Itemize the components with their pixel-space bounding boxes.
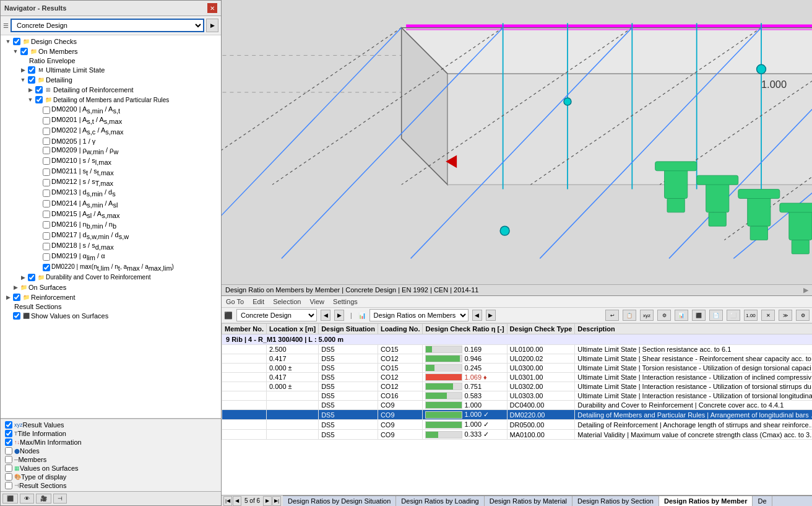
- checkbox-dm0215[interactable]: [43, 211, 50, 218]
- panel-btn6[interactable]: ⬛: [692, 310, 706, 321]
- expand-arrow[interactable]: ▼: [4, 38, 12, 45]
- panel-btn4[interactable]: ⚙: [657, 310, 671, 321]
- checkbox-dm0205[interactable]: [43, 137, 50, 145]
- tab-by-section[interactable]: Design Ratios by Section: [572, 496, 659, 506]
- tree-dm0216[interactable]: DM0216 | nb,min / nb: [1, 220, 221, 230]
- checkbox-values-surfaces[interactable]: [5, 465, 12, 472]
- checkbox-type-display[interactable]: [5, 473, 12, 481]
- table-row[interactable]: 0.417 DS5 CO12 1.069 ♦ UL0301.00 Ultimat…: [222, 373, 813, 382]
- checkbox-dm0212[interactable]: [43, 179, 50, 186]
- checkbox-nodes[interactable]: [5, 447, 12, 455]
- tree-detailing[interactable]: ▼ 📁 Detailing: [1, 75, 221, 85]
- nav-type-display[interactable]: 🎨 Type of display: [1, 473, 221, 481]
- checkbox-members[interactable]: [5, 456, 12, 463]
- checkbox-dm0217[interactable]: [43, 232, 50, 240]
- tree-dm0212[interactable]: DM0212 | s / sT,max: [1, 177, 221, 188]
- checkbox-dm0202[interactable]: [43, 128, 50, 135]
- tab-de[interactable]: De: [753, 496, 772, 506]
- panel-btn10[interactable]: ✕: [761, 310, 775, 321]
- checkbox-durability[interactable]: [28, 274, 35, 281]
- nav-model-button[interactable]: ⬛: [2, 494, 18, 504]
- panel-btn3[interactable]: xyz: [640, 310, 654, 321]
- tree-result-sections[interactable]: Result Sections: [1, 302, 221, 311]
- tree-dm0210[interactable]: DM0210 | s / sl,max: [1, 156, 221, 167]
- settings-menu[interactable]: Settings: [331, 297, 360, 306]
- tree-dm0217[interactable]: DM0217 | ds,w,min / ds,w: [1, 230, 221, 241]
- table-row[interactable]: 0.000 ± DS5 CO15 0.245 UL0300.00 Ultimat…: [222, 364, 813, 373]
- checkbox-result-sections-b[interactable]: [5, 482, 12, 489]
- expand-arrow[interactable]: ▼: [12, 48, 19, 55]
- edit-menu[interactable]: Edit: [251, 297, 266, 306]
- tree-dm0220[interactable]: DM0220 | max(nt,lim / nt, amax / amax,li…: [1, 263, 221, 273]
- checkbox-dm0200[interactable]: [43, 107, 50, 114]
- tab-by-member[interactable]: Design Ratios by Member: [659, 496, 753, 506]
- panel-btn11[interactable]: ≫: [779, 310, 792, 321]
- table-row[interactable]: DS5 CO9 1.000 ✓ DM0220.00 Detailing of M…: [222, 410, 813, 420]
- panel-prev2[interactable]: ◀: [472, 310, 482, 321]
- nav-section-button[interactable]: ⊣: [53, 494, 67, 504]
- table-row[interactable]: DS5 CO9 0.333 ✓ MA0100.00 Material Valid…: [222, 430, 813, 440]
- checkbox-dm0216[interactable]: [43, 221, 50, 229]
- nav-title-info[interactable]: T Title Information: [1, 429, 221, 438]
- panel-dropdown2[interactable]: Design Ratios on Members: [369, 309, 469, 321]
- tree-dm0211[interactable]: DM0211 | st / st,max: [1, 167, 221, 177]
- nav-expand-button[interactable]: ▶: [206, 19, 218, 32]
- panel-prev1[interactable]: ◀: [321, 310, 330, 321]
- checkbox-dm0220[interactable]: [43, 264, 50, 271]
- nav-design-dropdown[interactable]: Concrete Design: [11, 19, 204, 32]
- table-row[interactable]: DS5 CO9 1.000 ✓ DR0500.00 Detailing of R…: [222, 420, 813, 430]
- tree-dm0205[interactable]: DM0205 | 1 / γ: [1, 137, 221, 146]
- tab-by-material[interactable]: Design Ratios by Material: [485, 496, 572, 506]
- tree-reinforcement[interactable]: ▶ 📁 Reinforcement: [1, 292, 221, 302]
- checkbox-maxmin-info[interactable]: [5, 438, 12, 446]
- tree-on-members[interactable]: ▼ 📁 On Members: [1, 46, 221, 56]
- checkbox-reinforcement[interactable]: [13, 294, 20, 301]
- checkbox-dm0214[interactable]: [43, 200, 50, 207]
- nav-view-button[interactable]: 👁: [20, 494, 34, 504]
- tree-ult-limit[interactable]: ▶ M Ultimate Limit State: [1, 65, 221, 75]
- tab-first-btn[interactable]: |◀: [223, 496, 232, 506]
- tab-next-btn[interactable]: ▶: [263, 496, 272, 506]
- tab-prev-btn[interactable]: ◀: [233, 496, 241, 506]
- tree-detailing-members[interactable]: ▼ 📁 Detailing of Members and Particular …: [1, 95, 221, 105]
- checkbox-dm0218[interactable]: [43, 243, 50, 250]
- nav-nodes[interactable]: ⬤ Nodes: [1, 447, 221, 455]
- tree-dm0200[interactable]: DM0200 | As,min / As,t: [1, 105, 221, 115]
- checkbox-dm0219[interactable]: [43, 253, 50, 261]
- checkbox-dm0209[interactable]: [43, 147, 50, 154]
- nav-result-sections-b[interactable]: ⊣ Result Sections: [1, 481, 221, 490]
- tree-on-surfaces[interactable]: ▶ 📁 On Surfaces: [1, 282, 221, 292]
- nav-values-surfaces[interactable]: ▦ Values on Surfaces: [1, 464, 221, 473]
- checkbox-title-info[interactable]: [5, 430, 12, 437]
- checkbox-result-values[interactable]: [5, 421, 12, 429]
- checkbox-detailing-reinf[interactable]: [35, 86, 43, 94]
- view-menu[interactable]: View: [308, 297, 326, 306]
- tree-dm0219[interactable]: DM0219 | αlim / α: [1, 251, 221, 262]
- tree-ratio-envelope[interactable]: Ratio Envelope: [1, 56, 221, 65]
- table-row[interactable]: DS5 CO16 0.583 UL0303.00 Ultimate Limit …: [222, 391, 813, 401]
- checkbox-dm0213[interactable]: [43, 190, 50, 197]
- tab-by-loading[interactable]: Design Ratios by Loading: [396, 496, 484, 506]
- nav-maxmin-info[interactable]: ↑↓ Max/Min Information: [1, 438, 221, 447]
- goto-menu[interactable]: Go To: [224, 297, 246, 306]
- nav-close-button[interactable]: ✕: [207, 3, 217, 13]
- tree-dm0215[interactable]: DM0215 | Asl / As,max: [1, 209, 221, 220]
- tree-design-checks[interactable]: ▼ 📁 Design Checks: [1, 37, 221, 46]
- tab-by-situation[interactable]: Design Ratios by Design Situation: [283, 496, 396, 506]
- nav-members[interactable]: ─ Members: [1, 455, 221, 464]
- panel-btn7[interactable]: 📄: [709, 310, 723, 321]
- nav-result-values[interactable]: xyz Result Values: [1, 421, 221, 429]
- checkbox-dm0201[interactable]: [43, 117, 50, 124]
- panel-btn5[interactable]: 📊: [675, 310, 688, 321]
- table-row[interactable]: 0.000 ± DS5 CO12 0.751 UL0302.00 Ultimat…: [222, 382, 813, 391]
- table-row[interactable]: 2.500 DS5 CO15 0.169 UL0100.00 Ultimate …: [222, 345, 813, 354]
- panel-btn8[interactable]: ⬜: [727, 310, 740, 321]
- table-row[interactable]: DS5 CO9 1.000 DC0400.00 Durability and C…: [222, 401, 813, 410]
- table-row[interactable]: 0.417 DS5 CO12 0.946 UL0200.02 Ultimate …: [222, 354, 813, 364]
- tab-last-btn[interactable]: ▶|: [272, 496, 281, 506]
- selection-menu[interactable]: Selection: [271, 297, 303, 306]
- checkbox-detailing-members[interactable]: [35, 96, 43, 103]
- panel-dropdown1[interactable]: Concrete Design: [236, 309, 317, 321]
- checkbox-show-values[interactable]: [13, 312, 20, 320]
- tree-dm0209[interactable]: DM0209 | ρw,min / ρw: [1, 146, 221, 156]
